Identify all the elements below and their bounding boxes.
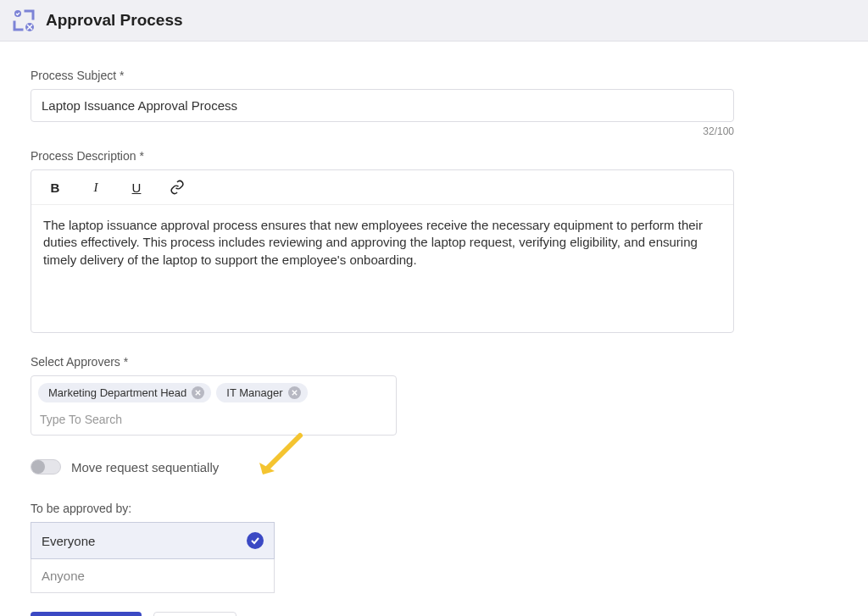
- form-actions: Save Process Cancel: [31, 612, 792, 616]
- description-body[interactable]: The laptop issuance approval process ens…: [31, 205, 733, 332]
- underline-button[interactable]: U: [128, 179, 145, 196]
- page-title: Approval Process: [46, 11, 183, 30]
- option-label: Everyone: [42, 534, 95, 548]
- rte-toolbar: B I U: [31, 170, 733, 205]
- option-label: Anyone: [42, 569, 85, 583]
- chip-label: IT Manager: [226, 386, 282, 399]
- description-editor: B I U The laptop issuance approval proce…: [31, 169, 734, 333]
- approvers-box[interactable]: Marketing Department Head IT Manager: [31, 375, 397, 436]
- approvers-search-input[interactable]: [38, 408, 389, 431]
- subject-counter: 32/100: [31, 125, 734, 137]
- sequential-toggle[interactable]: [31, 459, 61, 474]
- chip-label: Marketing Department Head: [48, 386, 186, 399]
- italic-button[interactable]: I: [87, 179, 104, 196]
- approved-by-options: Everyone Anyone: [31, 522, 275, 593]
- approver-chip: IT Manager: [216, 383, 307, 402]
- approver-chip: Marketing Department Head: [38, 383, 211, 402]
- option-everyone[interactable]: Everyone: [31, 522, 275, 559]
- page-header: Approval Process: [0, 0, 868, 42]
- form-content: Process Subject * 32/100 Process Descrip…: [0, 42, 822, 616]
- sequential-row: Move request sequentially: [31, 459, 792, 474]
- approved-by-label: To be approved by:: [31, 502, 792, 515]
- subject-label: Process Subject *: [31, 69, 792, 82]
- svg-point-0: [14, 10, 21, 17]
- save-button[interactable]: Save Process: [31, 612, 142, 616]
- annotation-arrow-icon: [251, 430, 310, 490]
- subject-input[interactable]: [31, 89, 734, 122]
- sequential-label: Move request sequentially: [71, 460, 219, 474]
- approvers-label: Select Approvers *: [31, 355, 792, 369]
- toggle-knob: [31, 460, 45, 474]
- approval-icon: [12, 8, 36, 32]
- remove-chip-icon[interactable]: [192, 386, 204, 399]
- remove-chip-icon[interactable]: [288, 386, 301, 399]
- link-button[interactable]: [169, 179, 186, 196]
- check-icon: [247, 532, 264, 549]
- bold-button[interactable]: B: [47, 179, 64, 196]
- option-anyone[interactable]: Anyone: [31, 559, 275, 593]
- cancel-button[interactable]: Cancel: [153, 612, 236, 616]
- description-label: Process Description *: [31, 149, 792, 163]
